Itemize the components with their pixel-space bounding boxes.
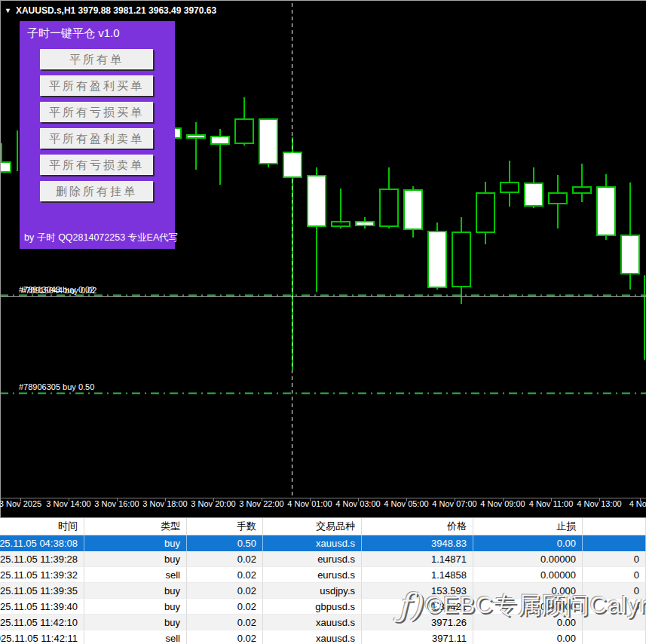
cell-time: 2025.11.05 11:42:11 (0, 630, 84, 644)
table-row[interactable]: 2025.11.05 11:39:32sell0.02eurusd.s1.148… (0, 567, 646, 583)
candle-body (597, 187, 615, 235)
column-header-price[interactable]: 价格 (362, 518, 473, 535)
table-row[interactable]: 2025.11.05 11:39:40buy0.02gbpusd.s1.3042… (0, 599, 646, 615)
cell-lots: 0.02 (187, 567, 263, 582)
cell-sl: 0.00 (473, 630, 583, 644)
candle-body (573, 187, 591, 193)
cell-sl: 0.00000 (473, 599, 583, 614)
cell-tp: 0 (583, 583, 646, 598)
cell-lots: 0.50 (187, 535, 263, 551)
cell-time: 2025.11.05 11:39:35 (0, 583, 84, 598)
candle-body (428, 232, 446, 287)
close-profit-buy-button[interactable]: 平所有盈利买单 (40, 75, 153, 96)
time-axis-label: 3 Nov 18:00 (142, 499, 187, 508)
cell-sl: 0.00 (473, 615, 583, 630)
time-axis-label: 4 Nov 05:00 (384, 499, 428, 508)
ea-panel-footer: by 子时 QQ2814072253 专业EA代写 (24, 232, 178, 244)
time-axis-label: 3 Nov 20:00 (191, 499, 235, 508)
candle-body (476, 193, 494, 232)
cell-symbol: usdjpy.s (263, 583, 362, 598)
cell-sl: 0.000 (473, 583, 583, 598)
cell-type: buy (84, 599, 187, 614)
time-axis-label: 4 Nov 13:00 (577, 499, 621, 508)
close-loss-buy-button[interactable]: 平所有亏损买单 (40, 102, 153, 122)
cell-time: 2025.11.05 04:38:08 (0, 535, 84, 551)
cell-price: 1.30421 (362, 599, 473, 614)
table-row[interactable]: 2025.11.05 11:42:11sell0.02xauusd.s3971.… (0, 630, 646, 644)
candle-body (235, 119, 253, 143)
cell-lots: 0.02 (187, 599, 263, 614)
cell-type: buy (84, 615, 187, 630)
column-header-lots[interactable]: 手数 (187, 518, 263, 535)
candle-body (356, 222, 374, 225)
cell-type: buy (84, 583, 187, 598)
cell-tp (583, 535, 646, 551)
cell-type: buy (84, 551, 187, 566)
time-axis-label: 3 Nov 22:00 (239, 499, 283, 508)
candle-body (452, 232, 470, 287)
cell-price: 153.593 (362, 583, 473, 598)
candle-body (621, 235, 639, 274)
time-axis-label: 4 Nov 01:00 (287, 499, 332, 508)
time-axis-label: 4 Nov (629, 499, 646, 508)
time-axis[interactable]: 3 Nov 20253 Nov 14:003 Nov 16:003 Nov 18… (0, 499, 646, 513)
cell-symbol: eurusd.s (263, 567, 362, 582)
table-header-row: 时间类型手数交易品种价格止损 (0, 517, 646, 535)
candle-body (187, 135, 205, 138)
position-line-label: #78915044 buy 0.02 (21, 286, 96, 295)
cell-type: buy (84, 535, 187, 551)
cell-symbol: eurusd.s (263, 551, 362, 566)
cell-price: 3971.11 (362, 630, 473, 644)
column-header-type[interactable]: 类型 (84, 518, 187, 535)
window-left-border (0, 0, 1, 517)
table-row[interactable]: 2025.11.05 11:39:28buy0.02eurusd.s1.1487… (0, 551, 646, 567)
column-header-tp[interactable] (583, 518, 646, 535)
close-profit-sell-button[interactable]: 平所有盈利卖单 (40, 128, 153, 149)
column-header-time[interactable]: 时间 (0, 518, 84, 535)
cell-price: 1.14871 (362, 551, 473, 566)
candle-body (308, 176, 326, 226)
column-header-sl[interactable]: 止损 (473, 518, 583, 535)
cell-type: sell (84, 630, 187, 644)
ea-close-panel: 子时一键平仓 v1.0 平所有单平所有盈利买单平所有亏损买单平所有盈利卖单平所有… (20, 21, 175, 249)
cell-price: 1.14858 (362, 567, 473, 582)
chart-title-bar: ▼ XAUUSD.s,H1 3979.88 3981.21 3963.49 39… (5, 5, 216, 16)
cell-sl: 0.00 (473, 535, 583, 551)
candle-body (211, 136, 229, 144)
trade-table: 时间类型手数交易品种价格止损2025.11.05 04:38:08buy0.50… (0, 517, 646, 644)
cell-tp (583, 630, 646, 644)
time-axis-label: 3 Nov 14:00 (46, 499, 90, 508)
time-axis-label: 4 Nov 03:00 (335, 499, 380, 508)
time-axis-label: 3 Nov 16:00 (94, 499, 139, 508)
close-all-orders-button[interactable]: 平所有单 (40, 49, 153, 69)
candle-body (404, 190, 422, 229)
candle-body (501, 182, 519, 192)
candle-body (332, 222, 350, 226)
table-row[interactable]: 2025.11.05 11:39:35buy0.02usdjpy.s153.59… (0, 583, 646, 599)
cell-symbol: xauusd.s (263, 615, 362, 630)
table-row[interactable]: 2025.11.05 04:38:08buy0.50xauusd.s3948.8… (0, 535, 646, 551)
cell-price: 3948.83 (362, 535, 473, 551)
time-axis-label: 4 Nov 07:00 (432, 499, 476, 508)
candle-body (259, 119, 277, 164)
cell-sl: 0.00000 (473, 551, 583, 566)
close-loss-sell-button[interactable]: 平所有亏损卖单 (40, 155, 153, 175)
cell-tp: 0 (583, 599, 646, 614)
table-row[interactable]: 2025.11.05 11:42:10buy0.02xauusd.s3971.2… (0, 615, 646, 630)
cell-lots: 0.02 (187, 630, 263, 644)
candle-body (380, 189, 398, 226)
chevron-down-icon[interactable]: ▼ (5, 8, 11, 14)
cell-price: 3971.26 (362, 615, 473, 630)
cell-symbol: xauusd.s (263, 535, 362, 551)
cell-time: 2025.11.05 11:42:10 (0, 615, 84, 630)
cell-lots: 0.02 (187, 615, 263, 630)
candle-body (525, 183, 543, 206)
candle-body (549, 193, 567, 204)
delete-pending-orders-button[interactable]: 删除所有挂单 (40, 181, 153, 201)
cell-type: sell (84, 567, 187, 582)
candle-body (0, 162, 11, 172)
cell-sl: 0.00000 (473, 567, 583, 582)
column-header-symbol[interactable]: 交易品种 (263, 518, 362, 535)
cell-time: 2025.11.05 11:39:40 (0, 599, 84, 614)
cell-tp: 0 (583, 567, 646, 582)
